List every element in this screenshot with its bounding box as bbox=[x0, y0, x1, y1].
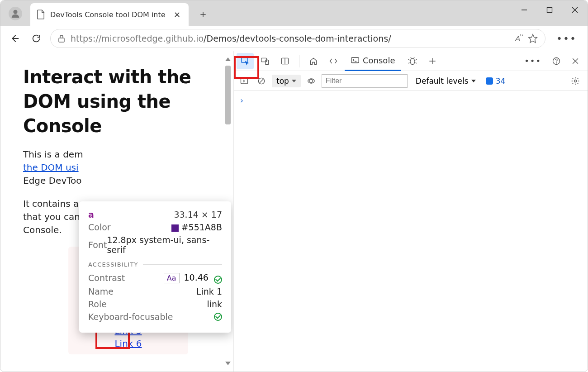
elements-tab-icon[interactable] bbox=[325, 53, 342, 69]
svg-rect-13 bbox=[351, 57, 359, 62]
svg-point-32 bbox=[574, 80, 577, 82]
link-item[interactable]: Link 6 bbox=[68, 337, 188, 350]
issue-icon bbox=[486, 77, 493, 85]
svg-line-17 bbox=[416, 59, 417, 60]
console-body[interactable]: › bbox=[234, 91, 588, 372]
tooltip-dimensions: 33.14 × 17 bbox=[174, 210, 222, 219]
close-devtools-button[interactable] bbox=[567, 53, 584, 69]
refresh-button[interactable] bbox=[28, 31, 44, 46]
devtools-menu-button[interactable]: ••• bbox=[520, 56, 546, 66]
svg-rect-6 bbox=[59, 38, 64, 42]
url-text: https://microsoftedge.github.io/Demos/de… bbox=[71, 33, 391, 43]
browser-tab[interactable]: DevTools Console tool DOM inte ✕ bbox=[30, 3, 189, 26]
issues-counter[interactable]: 34 bbox=[486, 76, 506, 86]
tooltip-section-header: ACCESSIBILITY bbox=[88, 261, 222, 268]
svg-point-25 bbox=[556, 62, 557, 63]
page-paragraph-1: This is a dem the DOM usi Edge DevToo bbox=[23, 148, 215, 187]
dock-side-button[interactable] bbox=[276, 53, 294, 69]
browser-menu-button[interactable]: ••• bbox=[552, 33, 581, 44]
maximize-button[interactable] bbox=[537, 0, 562, 19]
page-content: Interact with the DOM using the Console … bbox=[0, 51, 234, 372]
console-tab[interactable]: Console bbox=[345, 51, 401, 71]
close-tab-icon[interactable]: ✕ bbox=[172, 8, 182, 21]
svg-point-31 bbox=[310, 79, 313, 82]
svg-point-0 bbox=[13, 10, 17, 14]
console-settings-button[interactable] bbox=[567, 73, 584, 89]
svg-line-18 bbox=[408, 62, 410, 63]
svg-line-20 bbox=[411, 57, 412, 58]
tooltip-tag: a bbox=[88, 210, 94, 219]
profile-avatar[interactable] bbox=[9, 7, 22, 20]
console-prompt-caret: › bbox=[240, 95, 243, 105]
svg-line-19 bbox=[416, 62, 417, 63]
page-heading: Interact with the DOM using the Console bbox=[23, 65, 215, 138]
tab-title: DevTools Console tool DOM inte bbox=[50, 10, 166, 19]
lock-icon bbox=[58, 34, 65, 43]
back-button[interactable] bbox=[7, 31, 22, 46]
help-button[interactable] bbox=[548, 53, 565, 69]
svg-rect-10 bbox=[266, 60, 269, 64]
more-tabs-button[interactable] bbox=[424, 53, 441, 69]
svg-marker-7 bbox=[529, 34, 537, 43]
svg-point-15 bbox=[410, 58, 415, 64]
address-bar[interactable]: https://microsoftedge.github.io/Demos/de… bbox=[50, 29, 545, 48]
highlight-annotation bbox=[234, 56, 259, 79]
check-icon bbox=[214, 313, 222, 321]
minimize-button[interactable] bbox=[512, 0, 537, 19]
close-window-button[interactable] bbox=[562, 0, 588, 19]
devtools-panel: Console ••• top Default levels 34 › bbox=[234, 51, 588, 372]
color-swatch bbox=[171, 224, 179, 232]
new-tab-button[interactable]: ＋ bbox=[195, 6, 211, 22]
welcome-tab-icon[interactable] bbox=[305, 53, 322, 69]
favorite-icon[interactable] bbox=[528, 33, 538, 43]
context-selector[interactable]: top bbox=[272, 75, 301, 87]
inline-link[interactable]: the DOM usi bbox=[23, 162, 79, 173]
svg-line-21 bbox=[414, 57, 415, 58]
svg-line-16 bbox=[408, 59, 410, 60]
issues-tab-icon[interactable] bbox=[404, 53, 421, 69]
read-aloud-icon[interactable]: A›› bbox=[515, 34, 520, 43]
element-inspector-tooltip: a33.14 × 17 Color#551A8B Font12.8px syst… bbox=[79, 201, 231, 333]
svg-rect-2 bbox=[547, 8, 552, 13]
svg-line-30 bbox=[260, 79, 263, 82]
page-icon bbox=[37, 10, 45, 19]
live-expression-button[interactable] bbox=[304, 73, 318, 89]
check-icon bbox=[214, 276, 222, 284]
console-filter-input[interactable] bbox=[322, 74, 408, 88]
log-levels-selector[interactable]: Default levels bbox=[416, 76, 476, 86]
